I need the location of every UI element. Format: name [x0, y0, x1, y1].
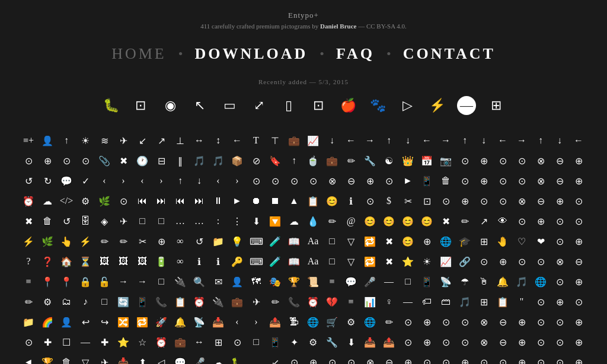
icon-cell[interactable]: ⊙ — [228, 333, 246, 351]
icon-cell[interactable]: Aa — [304, 232, 322, 250]
icon-cell[interactable]: ❤ — [532, 232, 550, 250]
icon-cell[interactable]: ⊙ — [399, 313, 417, 331]
icon-cell[interactable]: ⊙ — [494, 353, 512, 364]
icon-cell[interactable]: 👆 — [57, 232, 75, 250]
icon-cell[interactable]: 📷 — [437, 152, 455, 170]
icon-cell[interactable]: 🖼 — [114, 253, 132, 270]
icon-cell[interactable]: ⏺ — [247, 192, 265, 210]
icon-cell[interactable]: ⊕ — [418, 232, 436, 250]
icon-cell[interactable]: ⊗ — [532, 152, 550, 170]
icon-cell[interactable]: ⊕ — [475, 152, 493, 170]
icon-cell[interactable]: ℹ — [342, 192, 360, 210]
icon-cell[interactable]: 🖱 — [475, 273, 493, 290]
featured-icon-phone[interactable]: ▯ — [279, 96, 298, 115]
icon-cell[interactable]: 🌿 — [39, 232, 56, 250]
icon-cell[interactable]: ✖ — [380, 253, 398, 270]
icon-cell[interactable]: 🌈 — [39, 313, 56, 331]
icon-cell[interactable]: ▽ — [342, 232, 360, 250]
icon-cell[interactable]: ↔ — [190, 132, 208, 149]
icon-cell[interactable]: □ — [152, 273, 170, 290]
icon-cell[interactable]: 🔔 — [171, 313, 189, 331]
icon-cell[interactable]: ≡ — [342, 293, 360, 311]
icon-cell[interactable]: 📦 — [228, 152, 246, 170]
icon-cell[interactable]: ⌨ — [247, 253, 265, 270]
icon-cell[interactable]: ◄ — [20, 353, 37, 364]
icon-cell[interactable]: @ — [342, 212, 360, 230]
icon-cell[interactable]: ⊙ — [456, 333, 474, 351]
icon-cell[interactable]: 💧 — [304, 212, 322, 230]
icon-cell[interactable]: ⊙ — [551, 313, 568, 331]
icon-cell[interactable]: 🎭 — [266, 273, 284, 290]
icon-cell[interactable]: ⏳ — [76, 253, 94, 270]
icon-cell[interactable]: ⊙ — [456, 172, 474, 190]
icon-cell[interactable]: ⊙ — [551, 212, 568, 230]
icon-cell[interactable]: 📊 — [361, 293, 379, 311]
icon-cell[interactable]: 🔧 — [361, 152, 379, 170]
icon-cell[interactable]: ☐ — [57, 333, 75, 351]
icon-cell[interactable]: ⊙ — [418, 353, 436, 364]
icon-cell[interactable]: □ — [323, 253, 341, 270]
icon-cell[interactable]: 🔧 — [323, 333, 341, 351]
icon-cell[interactable]: ∞ — [171, 232, 189, 250]
icon-cell[interactable]: — — [76, 333, 94, 351]
nav-download[interactable]: DOWNLOAD — [184, 45, 318, 63]
icon-cell[interactable]: ⊖ — [380, 353, 398, 364]
icon-cell[interactable]: 🌐 — [361, 313, 379, 331]
icon-cell[interactable]: ⊤ — [266, 132, 284, 149]
icon-cell[interactable]: ⊖ — [494, 313, 512, 331]
icon-cell[interactable]: ⊕ — [570, 333, 587, 351]
icon-cell[interactable]: 📎 — [95, 152, 113, 170]
icon-cell[interactable]: ♡ — [513, 232, 531, 250]
icon-cell[interactable]: ↺ — [57, 212, 75, 230]
icon-cell[interactable]: ⚡ — [76, 232, 94, 250]
icon-cell[interactable]: ↩ — [76, 313, 94, 331]
icon-cell[interactable]: ⊙ — [20, 333, 37, 351]
icon-cell[interactable]: 📁 — [20, 313, 37, 331]
icon-cell[interactable]: ✖ — [380, 232, 398, 250]
icon-cell[interactable]: ↙ — [266, 353, 284, 364]
icon-cell[interactable]: 📱 — [133, 293, 151, 311]
icon-cell[interactable]: ↑ — [456, 132, 474, 149]
icon-cell[interactable]: 🏷 — [418, 293, 436, 311]
icon-cell[interactable]: 🌐 — [304, 313, 322, 331]
icon-cell[interactable]: 📡 — [437, 273, 455, 290]
nav-faq[interactable]: FAQ — [325, 45, 385, 63]
icon-cell[interactable]: 🎤 — [190, 353, 208, 364]
icon-cell[interactable]: ⊙ — [551, 353, 568, 364]
icon-cell[interactable]: 🎵 — [190, 152, 208, 170]
icon-cell[interactable]: … — [247, 353, 265, 364]
icon-cell[interactable]: 🏆 — [39, 353, 56, 364]
icon-cell[interactable]: ⊙ — [266, 172, 284, 190]
icon-cell[interactable]: ↗ — [475, 212, 493, 230]
icon-cell[interactable]: ≋ — [95, 132, 113, 149]
icon-cell[interactable]: ← — [342, 132, 360, 149]
icon-cell[interactable]: 🎓 — [456, 232, 474, 250]
icon-cell[interactable]: 🔁 — [361, 253, 379, 270]
icon-cell[interactable]: ⊕ — [570, 353, 587, 364]
icon-cell[interactable]: 🔓 — [95, 273, 113, 290]
icon-cell[interactable]: 🔖 — [266, 152, 284, 170]
icon-cell[interactable]: ✈ — [114, 132, 132, 149]
icon-cell[interactable]: ⚙ — [39, 293, 56, 311]
icon-cell[interactable]: 📋 — [304, 192, 322, 210]
icon-cell[interactable]: 🔌 — [171, 273, 189, 290]
icon-cell[interactable]: ⚙ — [76, 192, 94, 210]
icon-cell[interactable]: ⏰ — [190, 293, 208, 311]
icon-cell[interactable]: ⊕ — [39, 152, 56, 170]
icon-cell[interactable]: ⊕ — [570, 313, 587, 331]
icon-cell[interactable]: ⊕ — [513, 313, 531, 331]
icon-cell[interactable]: ✓ — [76, 172, 94, 190]
icon-cell[interactable]: › — [228, 172, 246, 190]
icon-cell[interactable]: ⊕ — [532, 212, 550, 230]
icon-cell[interactable]: 📱 — [266, 333, 284, 351]
icon-cell[interactable]: 🔑 — [228, 253, 246, 270]
icon-cell[interactable]: 🗂 — [57, 293, 75, 311]
featured-icon-cursor[interactable]: ↖ — [190, 96, 209, 115]
icon-cell[interactable]: ⊡ — [418, 192, 436, 210]
icon-cell[interactable]: Aa — [304, 253, 322, 270]
icon-cell[interactable]: ⊖ — [494, 333, 512, 351]
icon-cell[interactable]: 🛒 — [323, 313, 341, 331]
icon-cell[interactable]: ↑ — [380, 132, 398, 149]
icon-cell[interactable]: 🗑 — [39, 212, 56, 230]
icon-cell[interactable]: 🧪 — [266, 232, 284, 250]
